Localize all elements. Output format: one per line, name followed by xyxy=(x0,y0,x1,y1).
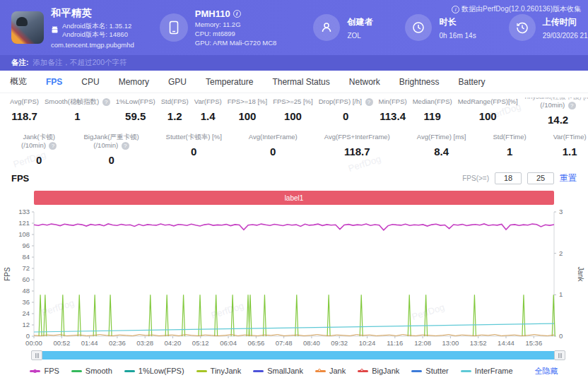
stat-item: Var(FTime)1.1 xyxy=(551,133,588,158)
upload-time-value: 29/03/2026 21:13:56 xyxy=(543,32,588,40)
series-tinyjank-spike xyxy=(263,295,266,336)
series-tinyjank-spike xyxy=(215,295,218,336)
device-info-icon[interactable]: i xyxy=(233,10,241,18)
creator-group: 创建者 ZOL xyxy=(313,14,372,41)
svg-text:13:00: 13:00 xyxy=(442,339,459,347)
fps-section-title: FPS xyxy=(11,173,29,184)
scrollbar-track[interactable] xyxy=(31,351,565,360)
legend-item-jank[interactable]: Jank xyxy=(315,367,346,375)
stat-value: 119 xyxy=(413,110,452,122)
chart-range-scrollbar[interactable] xyxy=(31,350,565,360)
series-tinyjank-spike xyxy=(44,295,47,336)
tab-memory[interactable]: Memory xyxy=(119,77,149,87)
svg-text:04:20: 04:20 xyxy=(165,339,182,347)
legend-marker xyxy=(315,370,326,372)
series-tinyjank-spike xyxy=(78,295,81,336)
legend-item-fps[interactable]: FPS xyxy=(30,367,59,375)
stat-label: Avg(FTime) [ms] xyxy=(417,133,466,141)
reset-button[interactable]: 重置 xyxy=(560,172,577,184)
tab-概览[interactable]: 概览 xyxy=(10,76,27,88)
duration-group: 时长 0h 16m 14s xyxy=(405,14,476,41)
legend-item-stutter[interactable]: Stutter xyxy=(411,367,448,375)
android-version-name: Android版本名: 1.35.12 xyxy=(62,22,131,30)
tab-brightness[interactable]: Brightness xyxy=(399,77,440,87)
legend-label: InterFrame xyxy=(475,367,513,375)
help-icon[interactable]: ? xyxy=(49,142,57,150)
series-tinyjank-spike xyxy=(61,295,64,336)
legend-label: Stutter xyxy=(425,367,448,375)
fps-chart[interactable]: 012243648607284961081211330123FPSJank00:… xyxy=(0,205,588,348)
fps-section-header: FPS FPS(>=) 重置 xyxy=(0,170,588,186)
tab-cpu[interactable]: CPU xyxy=(81,77,99,87)
svg-text:48: 48 xyxy=(22,287,30,295)
stat-value: 118.7 xyxy=(324,146,390,158)
help-icon[interactable]: ? xyxy=(102,98,110,106)
legend-label: SmallJank xyxy=(267,367,303,375)
legend-item-smooth[interactable]: Smooth xyxy=(71,367,112,375)
note-bar[interactable]: 备注: 添加备注，不超过200个字符 xyxy=(0,55,588,71)
svg-text:60: 60 xyxy=(22,275,30,283)
app-icon xyxy=(11,11,44,44)
stat-item: Std(FPS)1.2 xyxy=(158,97,192,122)
stat-item: Std(FTime)1 xyxy=(490,133,529,158)
stat-item: BigJank(严重卡顿)(/10min) ?0 xyxy=(81,133,141,166)
legend-item-tinyjank[interactable]: TinyJank xyxy=(196,367,242,375)
series-tinyjank-spike xyxy=(109,295,112,336)
chart-label-banner: label1 xyxy=(34,191,554,205)
series-fps xyxy=(34,224,554,230)
tab-network[interactable]: Network xyxy=(349,77,380,87)
scrollbar-left-handle[interactable] xyxy=(31,350,42,360)
svg-text:72: 72 xyxy=(22,264,30,272)
series-tinyjank-spike xyxy=(199,295,201,336)
series-tinyjank-spike xyxy=(522,295,525,336)
collect-version-text: 数据由PerfDog(12.0.260136)版本收集 xyxy=(461,4,581,14)
stat-item: Jank(卡顿)(/10min) ?0 xyxy=(18,133,59,166)
legend-label: 1%Low(FPS) xyxy=(139,367,184,375)
duration-label: 时长 xyxy=(439,16,476,28)
stat-item: Avg(FPS)118.7 xyxy=(7,97,42,122)
legend-item-1-low-fps-[interactable]: 1%Low(FPS) xyxy=(124,367,184,375)
stat-item: TinyJank(轻微卡顿) [/h](/10min) ?14.2 xyxy=(521,97,588,126)
svg-text:09:32: 09:32 xyxy=(331,339,348,347)
tab-temperature[interactable]: Temperature xyxy=(206,77,253,87)
stat-label: MedRange(FPS)[%] xyxy=(458,97,518,106)
stat-label: Drop(FPS) [/h] ? xyxy=(319,97,373,106)
tab-battery[interactable]: Battery xyxy=(459,77,486,87)
stat-value: 1 xyxy=(45,110,110,122)
tab-fps[interactable]: FPS xyxy=(46,77,62,87)
stat-item: Drop(FPS) [/h] ?0 xyxy=(316,97,376,122)
stat-item: Avg(FTime) [ms]8.4 xyxy=(414,133,469,158)
stat-value: 0 xyxy=(21,154,57,166)
svg-text:05:12: 05:12 xyxy=(192,339,209,347)
help-icon[interactable]: ? xyxy=(568,102,576,109)
legend-item-bigjank[interactable]: BigJank xyxy=(358,367,399,375)
stat-label: FPS>=18 [%] xyxy=(228,97,268,106)
svg-text:84: 84 xyxy=(22,253,30,261)
phone-icon xyxy=(160,13,188,42)
device-gpu: GPU: ARM Mali-G720 MC8 xyxy=(195,39,277,47)
legend-item-interframe[interactable]: InterFrame xyxy=(461,367,513,375)
svg-text:06:56: 06:56 xyxy=(247,339,264,347)
fps-threshold-input-1[interactable] xyxy=(495,172,522,184)
tab-thermal-status[interactable]: Thermal Status xyxy=(272,77,329,87)
stat-label: 1%Low(FPS) xyxy=(116,97,155,106)
stat-label: Avg(InterFrame) xyxy=(249,133,298,141)
svg-text:1: 1 xyxy=(559,290,563,298)
legend-item-smalljank[interactable]: SmallJank xyxy=(253,367,303,375)
app-package: com.tencent.tmgp.pubgmhd xyxy=(51,41,134,49)
android-icon xyxy=(51,24,59,37)
stat-item: Avg(FPS+InterFrame)118.7 xyxy=(322,133,393,158)
help-icon[interactable]: ? xyxy=(365,98,373,106)
hide-all-link[interactable]: 全隐藏 xyxy=(535,366,558,376)
help-icon[interactable]: ? xyxy=(122,142,129,150)
note-placeholder: 添加备注，不超过200个字符 xyxy=(33,58,127,68)
series-tinyjank-spike xyxy=(360,295,363,336)
scrollbar-right-handle[interactable] xyxy=(554,350,565,360)
stat-label: Jank(卡顿) xyxy=(21,133,57,141)
fps-threshold-label: FPS(>=) xyxy=(462,174,489,182)
fps-threshold-input-2[interactable] xyxy=(527,172,554,184)
stat-item: Min(FPS)113.4 xyxy=(376,97,410,122)
stat-value: 1 xyxy=(493,146,526,158)
stat-label: Var(FPS) xyxy=(194,97,222,106)
tab-gpu[interactable]: GPU xyxy=(168,77,187,87)
